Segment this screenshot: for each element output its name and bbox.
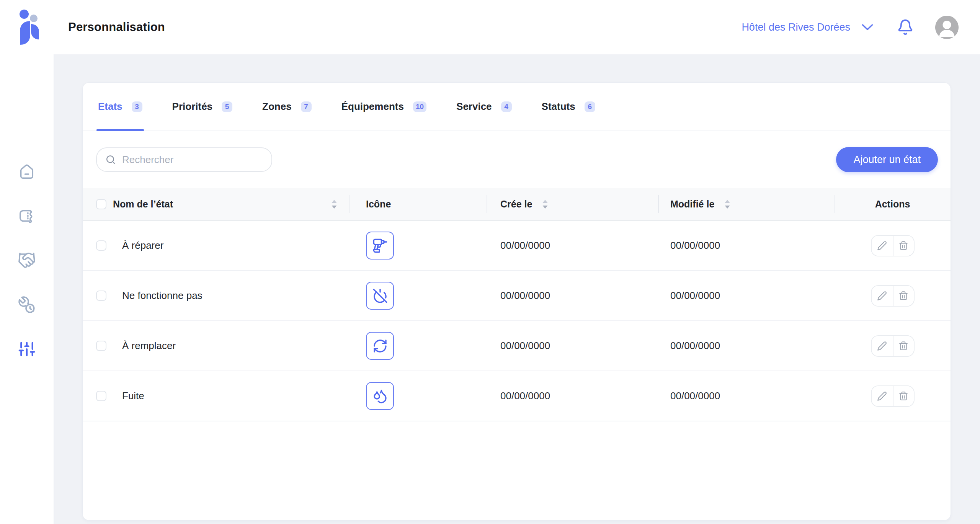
pencil-icon	[877, 291, 887, 301]
table-row: Ne fonctionne pas 00/00/0000 00/00/0000	[83, 271, 951, 321]
sidebar-item-maintenance[interactable]	[16, 296, 38, 313]
drill-icon	[372, 238, 388, 253]
tab-label: Équipements	[341, 101, 404, 113]
state-name: Fuite	[122, 390, 144, 402]
modified-date: 00/00/0000	[670, 390, 720, 402]
column-header-actions: Actions	[875, 199, 910, 210]
created-date: 00/00/0000	[500, 240, 550, 251]
delete-button[interactable]	[893, 336, 914, 356]
row-checkbox[interactable]	[96, 341, 106, 351]
tab-label: Statuts	[542, 101, 575, 113]
home-icon	[18, 163, 36, 180]
column-header-created: Crée le	[500, 199, 532, 210]
table-header: Nom de l’état Icône Crée le Modifié le	[83, 188, 951, 221]
sidebar-item-partners[interactable]	[16, 251, 38, 269]
sidebar-item-home[interactable]	[16, 163, 38, 180]
state-icon-box	[366, 232, 394, 260]
row-checkbox[interactable]	[96, 391, 106, 401]
page-title: Personnalisation	[68, 20, 165, 34]
row-checkbox[interactable]	[96, 240, 106, 251]
tab-count-badge: 7	[301, 101, 312, 112]
table-row: À réparer 00/00/0000 00/00/0000	[83, 221, 951, 271]
sort-icon[interactable]	[724, 199, 730, 209]
add-state-button[interactable]: Ajouter un état	[836, 147, 938, 172]
state-icon-box	[366, 332, 394, 360]
account-switcher[interactable]: Hôtel des Rives Dorées	[742, 21, 873, 33]
created-date: 00/00/0000	[500, 390, 550, 402]
tab-zones[interactable]: Zones 7	[262, 83, 312, 131]
row-actions	[871, 285, 915, 307]
sidebar-item-vouchers[interactable]	[16, 207, 38, 225]
sidebar-item-personnalisation[interactable]	[16, 340, 38, 358]
row-actions	[871, 335, 915, 357]
app-logo	[19, 10, 39, 45]
tab-priorites[interactable]: Priorités 5	[172, 83, 233, 131]
modified-date: 00/00/0000	[670, 240, 720, 251]
delete-button[interactable]	[893, 286, 914, 306]
pencil-icon	[877, 241, 887, 251]
select-all-checkbox[interactable]	[96, 199, 106, 209]
pencil-icon	[877, 391, 887, 401]
state-icon-box	[366, 282, 394, 310]
topbar-right: Hôtel des Rives Dorées	[742, 16, 959, 39]
sort-icon[interactable]	[331, 199, 337, 209]
table-row: Fuite 00/00/0000 00/00/0000	[83, 371, 951, 421]
modified-date: 00/00/0000	[670, 290, 720, 302]
state-icon-box	[366, 382, 394, 410]
tab-statuts[interactable]: Statuts 6	[542, 83, 595, 131]
tab-label: Zones	[262, 101, 292, 113]
tab-label: Etats	[98, 101, 122, 113]
state-name: À remplacer	[122, 340, 176, 352]
delete-button[interactable]	[893, 236, 914, 256]
table-row: À remplacer 00/00/0000 00/00/0000	[83, 321, 951, 371]
avatar[interactable]	[935, 16, 959, 39]
chevron-down-icon	[862, 24, 873, 31]
sliders-icon	[18, 341, 35, 357]
topbar: Personnalisation Hôtel des Rives Dorées	[0, 0, 980, 54]
tab-service[interactable]: Service 4	[456, 83, 512, 131]
personnalisation-card: Etats 3 Priorités 5 Zones 7 Équipements …	[82, 82, 951, 521]
sidebar	[0, 0, 54, 524]
column-divider	[349, 195, 350, 213]
modified-date: 00/00/0000	[670, 340, 720, 352]
row-checkbox[interactable]	[96, 291, 106, 301]
power-off-icon	[372, 288, 388, 304]
tab-label: Service	[456, 101, 492, 113]
notifications-button[interactable]	[897, 19, 914, 36]
tab-count-badge: 3	[132, 101, 142, 112]
trash-icon	[898, 341, 908, 351]
column-header-icon: Icône	[366, 199, 391, 210]
column-divider	[487, 195, 487, 213]
edit-button[interactable]	[872, 286, 893, 306]
pencil-icon	[877, 341, 887, 351]
edit-button[interactable]	[872, 336, 893, 356]
tab-count-badge: 4	[501, 101, 512, 112]
edit-button[interactable]	[872, 386, 893, 406]
column-divider	[658, 195, 659, 213]
column-header-name: Nom de l’état	[113, 199, 173, 210]
tab-equipements[interactable]: Équipements 10	[341, 83, 426, 131]
search-input[interactable]	[96, 147, 272, 172]
delete-button[interactable]	[893, 386, 914, 406]
bell-icon	[897, 19, 914, 36]
trash-icon	[898, 291, 908, 301]
wrench-clock-icon	[18, 295, 36, 314]
refresh-icon	[372, 338, 388, 354]
sort-icon[interactable]	[542, 199, 548, 209]
created-date: 00/00/0000	[500, 340, 550, 352]
handshake-icon	[18, 251, 36, 269]
row-actions	[871, 385, 915, 407]
ticket-icon	[18, 207, 36, 225]
tab-etats[interactable]: Etats 3	[98, 83, 142, 131]
trash-icon	[898, 391, 908, 401]
tab-label: Priorités	[172, 101, 213, 113]
state-name: À réparer	[122, 240, 163, 251]
droplets-icon	[372, 389, 388, 404]
tab-bar: Etats 3 Priorités 5 Zones 7 Équipements …	[83, 83, 951, 131]
search-icon	[105, 154, 116, 165]
edit-button[interactable]	[872, 236, 893, 256]
column-header-modified: Modifié le	[670, 199, 714, 210]
account-name: Hôtel des Rives Dorées	[742, 21, 850, 33]
created-date: 00/00/0000	[500, 290, 550, 302]
content-area: Etats 3 Priorités 5 Zones 7 Équipements …	[54, 54, 980, 524]
